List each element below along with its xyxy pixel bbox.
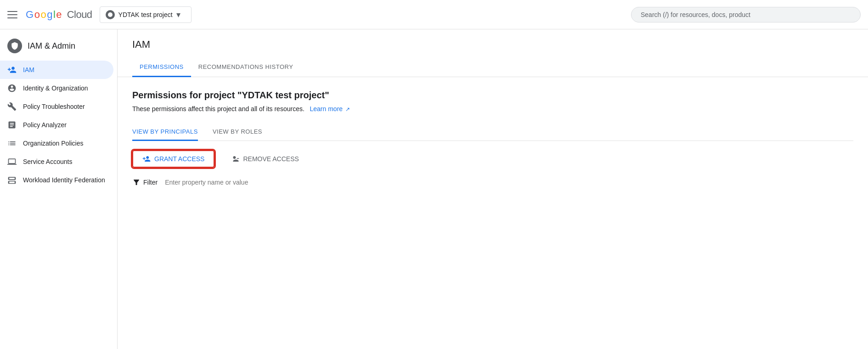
sidebar-item-label-org-policies: Organization Policies (23, 140, 84, 147)
tab-permissions[interactable]: PERMISSIONS (132, 58, 191, 77)
person-add-grant-icon (142, 155, 151, 163)
action-row: GRANT ACCESS REMOVE ACCESS (132, 150, 853, 168)
sidebar-header: IAM & Admin (0, 29, 117, 61)
google-logo: Google Cloud (26, 9, 92, 21)
sidebar-item-org-policies[interactable]: Organization Policies (0, 134, 113, 152)
sidebar-item-identity-org[interactable]: Identity & Organization (0, 79, 113, 97)
main-content: IAM PERMISSIONS RECOMMENDATIONS HISTORY … (118, 29, 868, 349)
project-selector[interactable]: YDTAK test project ▾ (100, 6, 192, 23)
tabs-bar: PERMISSIONS RECOMMENDATIONS HISTORY (118, 58, 868, 77)
sub-tab-by-principals[interactable]: VIEW BY PRINCIPALS (132, 124, 198, 141)
dns-icon (7, 175, 17, 185)
filter-lines-icon (132, 178, 141, 186)
sidebar-item-label-identity-org: Identity & Organization (23, 84, 88, 92)
sidebar-item-service-accounts[interactable]: Service Accounts (0, 152, 113, 171)
list-icon (7, 139, 17, 148)
sidebar-title: IAM & Admin (28, 41, 75, 51)
search-input[interactable]: Search (/) for resources, docs, product (631, 7, 861, 23)
topbar: Google Cloud YDTAK test project ▾ Search… (0, 0, 868, 29)
sidebar-item-label-workload-identity: Workload Identity Federation (23, 176, 105, 184)
list-alt-icon (7, 120, 17, 129)
filter-label: Filter (143, 179, 158, 186)
sidebar-item-policy-troubleshooter[interactable]: Policy Troubleshooter (0, 97, 113, 116)
project-name: YDTAK test project (118, 11, 173, 18)
sub-tab-by-roles[interactable]: VIEW BY ROLES (213, 124, 262, 141)
sidebar-item-label-service-accounts: Service Accounts (23, 158, 72, 165)
sidebar-item-label-policy-analyzer: Policy Analyzer (23, 121, 67, 129)
filter-row: Filter (132, 177, 853, 188)
sidebar-item-workload-identity[interactable]: Workload Identity Federation (0, 171, 113, 189)
person-remove-icon (231, 155, 239, 163)
wrench-icon (7, 102, 17, 111)
sidebar-item-policy-analyzer[interactable]: Policy Analyzer (0, 116, 113, 134)
remove-access-button[interactable]: REMOVE ACCESS (222, 151, 308, 167)
page-title: IAM (132, 39, 853, 51)
person-add-icon (7, 65, 17, 74)
dropdown-arrow-icon: ▾ (176, 10, 180, 20)
external-link-icon: ↗ (345, 106, 350, 113)
learn-more-link[interactable]: Learn more ↗ (308, 105, 350, 113)
grant-access-button[interactable]: GRANT ACCESS (132, 150, 214, 168)
menu-button[interactable] (7, 9, 18, 20)
permissions-desc: These permissions affect this project an… (132, 105, 853, 113)
sidebar-item-label-policy-troubleshooter: Policy Troubleshooter (23, 103, 85, 110)
account-circle-icon (7, 84, 17, 93)
permissions-title: Permissions for project "YDTAK test proj… (132, 90, 853, 101)
layout: IAM & Admin IAM Identity & Organization … (0, 29, 868, 349)
sub-tabs-bar: VIEW BY PRINCIPALS VIEW BY ROLES (132, 124, 853, 141)
computer-icon (7, 157, 17, 166)
project-icon (106, 10, 115, 19)
filter-input[interactable] (161, 177, 299, 188)
page-header: IAM (118, 29, 868, 51)
iam-admin-icon (7, 39, 22, 53)
tab-recommendations[interactable]: RECOMMENDATIONS HISTORY (191, 58, 301, 77)
filter-icon: Filter (132, 178, 158, 186)
content-area: Permissions for project "YDTAK test proj… (118, 77, 868, 201)
sidebar: IAM & Admin IAM Identity & Organization … (0, 29, 118, 349)
sidebar-item-label-iam: IAM (23, 66, 34, 73)
sidebar-item-iam[interactable]: IAM (0, 61, 113, 79)
